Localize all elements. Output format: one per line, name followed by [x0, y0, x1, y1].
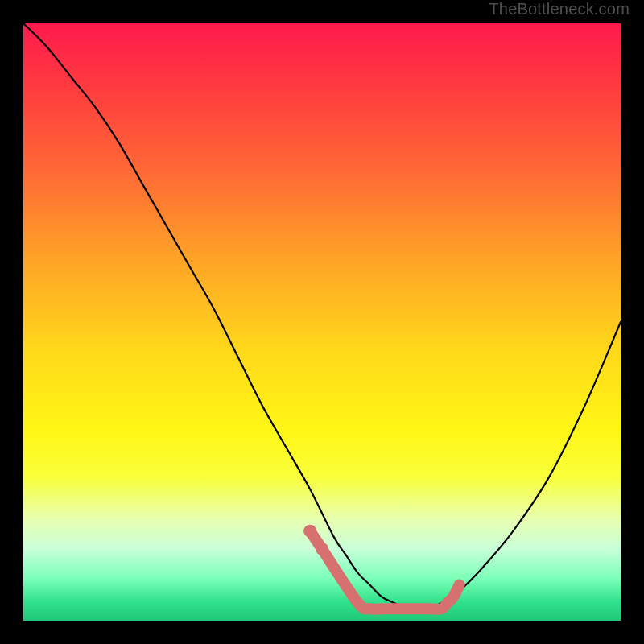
plot-area	[23, 23, 621, 621]
highlight-dot	[303, 525, 316, 538]
chart-frame	[12, 12, 632, 632]
bottleneck-curve-path	[23, 23, 621, 609]
highlight-band-stroke	[310, 531, 459, 609]
watermark-credit: TheBottleneck.com	[489, 0, 630, 19]
highlight-dot	[316, 543, 328, 555]
curve-layer	[23, 23, 621, 621]
bottleneck-curve	[23, 23, 621, 609]
